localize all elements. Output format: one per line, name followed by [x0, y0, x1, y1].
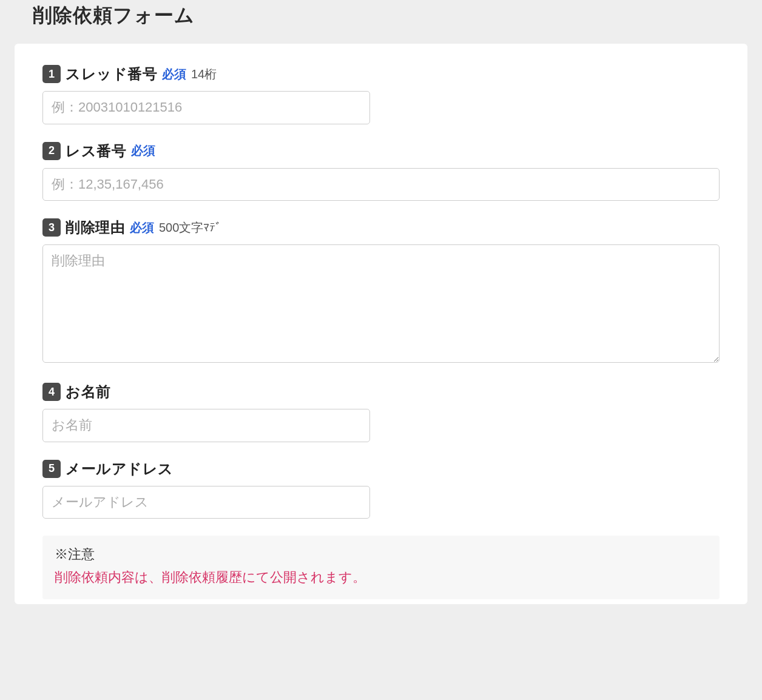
page-title: 削除依頼フォーム	[15, 0, 747, 44]
email-input[interactable]	[42, 486, 370, 519]
name-label: お名前	[66, 382, 111, 402]
step-badge-2: 2	[42, 142, 61, 160]
thread-required: 必須	[162, 66, 186, 82]
reason-label: 削除理由	[66, 218, 125, 237]
field-email-label-row: 5 メールアドレス	[42, 459, 720, 479]
step-badge-5: 5	[42, 460, 61, 478]
notice-heading: ※注意	[55, 545, 707, 564]
field-name: 4 お名前	[42, 382, 720, 442]
thread-label: スレッド番号	[66, 64, 157, 84]
field-thread-label-row: 1 スレッド番号 必須 14桁	[42, 64, 720, 84]
field-email: 5 メールアドレス	[42, 459, 720, 519]
step-badge-4: 4	[42, 383, 61, 401]
res-input[interactable]	[42, 168, 720, 201]
reason-required: 必須	[130, 220, 154, 236]
res-required: 必須	[131, 143, 155, 159]
reason-hint: 500文字ﾏﾃﾞ	[159, 220, 221, 236]
field-name-label-row: 4 お名前	[42, 382, 720, 402]
thread-hint: 14桁	[191, 66, 217, 82]
field-reason: 3 削除理由 必須 500文字ﾏﾃﾞ	[42, 218, 720, 365]
notice-box: ※注意 削除依頼内容は、削除依頼履歴にて公開されます。	[42, 536, 720, 599]
field-reason-label-row: 3 削除理由 必須 500文字ﾏﾃﾞ	[42, 218, 720, 237]
field-thread: 1 スレッド番号 必須 14桁	[42, 64, 720, 124]
name-input[interactable]	[42, 409, 370, 442]
reason-textarea[interactable]	[42, 244, 720, 363]
step-badge-3: 3	[42, 218, 61, 237]
notice-warning: 削除依頼内容は、削除依頼履歴にて公開されます。	[55, 567, 707, 587]
field-res: 2 レス番号 必須	[42, 141, 720, 201]
field-res-label-row: 2 レス番号 必須	[42, 141, 720, 161]
res-label: レス番号	[66, 141, 126, 161]
email-label: メールアドレス	[66, 459, 174, 479]
step-badge-1: 1	[42, 65, 61, 83]
form-card: 1 スレッド番号 必須 14桁 2 レス番号 必須 3 削除理由 必須 500文…	[15, 44, 747, 604]
thread-input[interactable]	[42, 91, 370, 124]
